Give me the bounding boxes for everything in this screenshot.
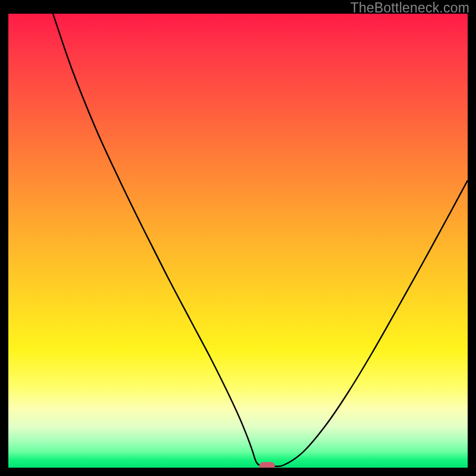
bottleneck-curve <box>53 14 468 466</box>
chart-curve-svg <box>8 14 468 468</box>
chart-marker <box>259 462 275 468</box>
chart-plot-area <box>8 14 468 468</box>
